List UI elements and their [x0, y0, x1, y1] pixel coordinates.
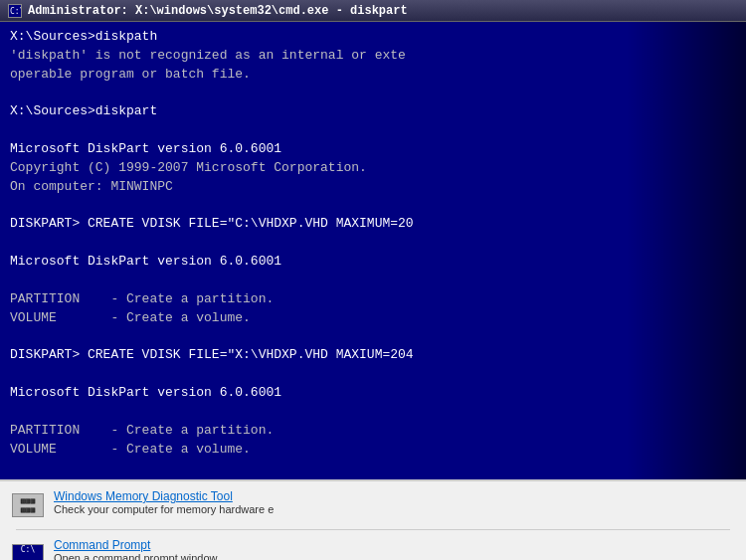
cmd-line: VOLUME - Create a volume. [10, 309, 736, 328]
cmd-line: 'diskpath' is not recognized as an inter… [10, 47, 736, 66]
cmd-line: operable program or batch file. [10, 66, 736, 85]
cmd-line: Microsoft DiskPart version 6.0.6001 [10, 253, 736, 272]
taskbar-item-cmd[interactable]: C:\_ Command Prompt Open a command promp… [8, 534, 738, 560]
svg-text:C:\: C:\ [10, 7, 21, 16]
cmd-line [10, 197, 736, 216]
taskbar-items-container: ▦▦▦▦▦▦ Windows Memory Diagnostic Tool Ch… [0, 481, 746, 560]
cmd-line: X:\Sources>diskpath [10, 28, 736, 47]
taskbar-item-cmd-desc: Open a command prompt window [54, 552, 217, 560]
cmd-title-icon: C:\ [8, 4, 22, 18]
cmd-line [10, 365, 736, 384]
cmd-line: On computer: MINWINPC [10, 178, 736, 197]
cmd-line: DISKPART> CREATE VDISK FILE="C:\VHDXP.VH… [10, 215, 736, 234]
taskbar-item-memory-desc: Check your computer for memory hardware … [54, 503, 274, 515]
taskbar-item-memory-content: Windows Memory Diagnostic Tool Check you… [54, 489, 274, 515]
taskbar-item-memory-title[interactable]: Windows Memory Diagnostic Tool [54, 489, 274, 503]
taskbar-popup: ▦▦▦▦▦▦ Windows Memory Diagnostic Tool Ch… [0, 479, 746, 560]
title-bar: C:\ Administrator: X:\windows\system32\c… [0, 0, 746, 22]
cmd-line: X:\Sources>diskpart [10, 102, 736, 121]
taskbar-item-cmd-content: Command Prompt Open a command prompt win… [54, 538, 217, 560]
memory-icon: ▦▦▦▦▦▦ [12, 489, 44, 521]
cmd-line: PARTITION - Create a partition. [10, 422, 736, 441]
cmd-line: Microsoft DiskPart version 6.0.6001 [10, 384, 736, 403]
taskbar-divider [16, 529, 730, 530]
cmd-line: DISKPART> CREATE VDISK FILE="X:\VHDXP.VH… [10, 346, 736, 365]
cmd-line: VOLUME - Create a volume. [10, 441, 736, 460]
cmd-line: Microsoft DiskPart version 6.0.6001 [10, 140, 736, 159]
taskbar-item-memory[interactable]: ▦▦▦▦▦▦ Windows Memory Diagnostic Tool Ch… [8, 485, 738, 525]
cmd-line [10, 85, 736, 103]
cmd-window: X:\Sources>diskpath'diskpath' is not rec… [0, 22, 746, 479]
cmd-line [10, 403, 736, 422]
cmd-line [10, 121, 736, 140]
cmd-icon-container: C:\_ [12, 538, 44, 560]
taskbar-item-cmd-title[interactable]: Command Prompt [54, 538, 217, 552]
title-bar-text: Administrator: X:\windows\system32\cmd.e… [28, 4, 408, 18]
cmd-line: PARTITION - Create a partition. [10, 290, 736, 309]
cmd-line: Copyright (C) 1999-2007 Microsoft Corpor… [10, 159, 736, 178]
cmd-line: DISKPART> [10, 477, 736, 479]
cmd-line [10, 328, 736, 347]
cmd-line [10, 272, 736, 290]
cmd-line [10, 234, 736, 253]
cmd-line [10, 459, 736, 477]
